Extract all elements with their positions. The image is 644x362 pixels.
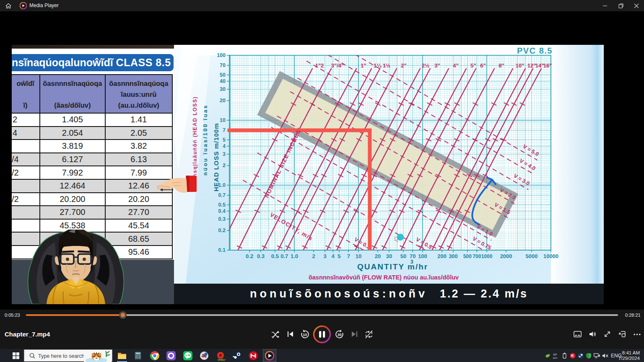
- svg-text:2: 2: [312, 253, 315, 259]
- svg-text:1": 1": [361, 62, 366, 69]
- svg-text:0.4: 0.4: [218, 208, 226, 214]
- svg-text:5": 5": [470, 62, 476, 69]
- svg-text:8": 8": [499, 62, 504, 69]
- svg-text:10: 10: [220, 117, 226, 123]
- svg-text:30: 30: [338, 333, 342, 337]
- svg-text:14": 14": [535, 62, 544, 69]
- svg-text:3"/4": 3"/4": [331, 62, 344, 69]
- svg-text:PVC 8.5: PVC 8.5: [517, 46, 553, 55]
- svg-text:5: 5: [338, 253, 340, 259]
- svg-text:200: 200: [437, 253, 447, 259]
- svg-text:CATEGORY: CATEGORY: [218, 359, 226, 361]
- svg-text:2000: 2000: [500, 253, 512, 259]
- svg-text:0.1: 0.1: [218, 247, 226, 253]
- svg-text:20: 20: [220, 98, 226, 103]
- svg-text:10000: 10000: [543, 253, 558, 259]
- svg-text:0.3: 0.3: [218, 216, 226, 222]
- svg-text:0.7: 0.7: [280, 253, 288, 259]
- svg-text:10: 10: [303, 333, 307, 337]
- svg-text:núou ĩuas/100 ĩuas: núou ĩuas/100 ĩuas: [202, 104, 208, 176]
- svg-text:1½: 1½: [383, 62, 390, 69]
- svg-text:2½: 2½: [422, 62, 429, 69]
- svg-text:5000: 5000: [525, 253, 538, 259]
- svg-text:7: 7: [347, 253, 350, 259]
- svg-text:0.5: 0.5: [271, 253, 279, 259]
- svg-text:3": 3": [434, 62, 440, 69]
- svg-text:0.3: 0.3: [257, 253, 265, 259]
- svg-text:0.7: 0.7: [218, 192, 226, 198]
- svg-text:500: 500: [463, 253, 472, 259]
- svg-text:QUANTITY m/hr: QUANTITY m/hr: [357, 262, 428, 271]
- svg-text:2": 2": [401, 62, 406, 69]
- svg-text:50: 50: [220, 72, 226, 78]
- svg-text:4: 4: [223, 143, 226, 149]
- svg-text:50: 50: [400, 253, 406, 259]
- svg-text:12": 12": [527, 62, 536, 69]
- svg-text:0.5: 0.5: [218, 202, 226, 208]
- svg-text:R: R: [571, 354, 574, 358]
- svg-text:3: 3: [410, 259, 413, 265]
- svg-text:õasnnnsĩnavõvúñ (FLOW RATE) nú: õasnnnsĩnavõvúñ (FLOW RATE) núou au.ĩuas…: [309, 274, 459, 281]
- svg-text:6": 6": [480, 62, 486, 69]
- svg-text:70: 70: [410, 253, 415, 259]
- svg-text:100: 100: [217, 52, 226, 58]
- svg-text:ãnnsqįĩaãuńõń (HEAD LOSS): ãnnsqįĩaãuńõń (HEAD LOSS): [192, 96, 198, 184]
- svg-text:3: 3: [223, 151, 226, 157]
- svg-text:0.2: 0.2: [246, 253, 253, 259]
- svg-text:1.0: 1.0: [291, 253, 298, 259]
- svg-text:20: 20: [375, 253, 381, 259]
- svg-text:2: 2: [223, 163, 226, 168]
- svg-text:16": 16": [543, 62, 552, 69]
- svg-text:40: 40: [220, 78, 226, 84]
- svg-text:10: 10: [356, 253, 361, 259]
- svg-text:3: 3: [323, 253, 326, 259]
- svg-text:1000: 1000: [481, 253, 493, 259]
- svg-text:pen: pen: [553, 357, 557, 359]
- svg-text:HEAD LOSS m/100m: HEAD LOSS m/100m: [213, 123, 220, 191]
- svg-text:700: 700: [473, 253, 481, 259]
- svg-text:10": 10": [516, 62, 525, 69]
- svg-text:30: 30: [386, 253, 392, 259]
- svg-text:300: 300: [449, 253, 458, 259]
- svg-text:5: 5: [223, 137, 226, 143]
- svg-text:70: 70: [220, 62, 226, 68]
- svg-text:1¼: 1¼: [374, 62, 382, 69]
- svg-text:7: 7: [223, 127, 226, 133]
- svg-text:4: 4: [331, 253, 335, 259]
- svg-text:100: 100: [418, 253, 427, 259]
- svg-text:XP: XP: [553, 353, 557, 356]
- svg-text:0.2: 0.2: [218, 228, 226, 233]
- svg-text:30: 30: [220, 86, 226, 92]
- svg-text:1"2: 1"2: [315, 62, 324, 69]
- svg-text:4": 4": [453, 62, 458, 69]
